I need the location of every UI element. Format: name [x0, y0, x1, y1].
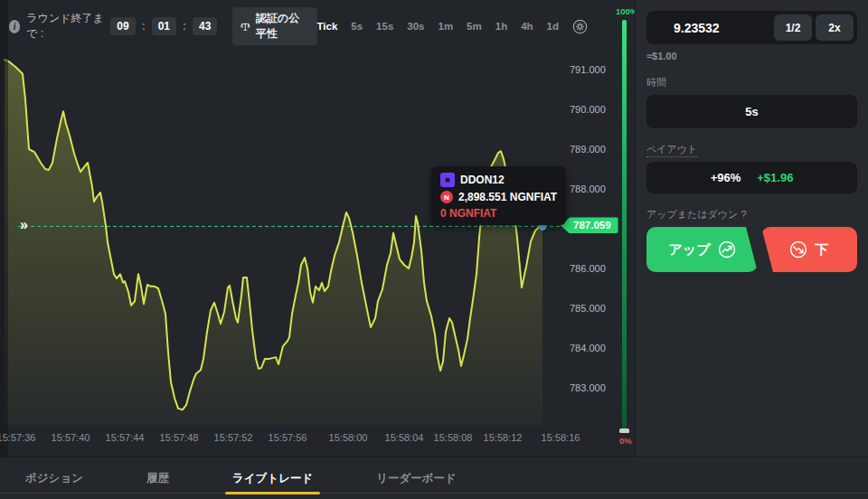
half-bet-button[interactable]: 1/2 — [774, 14, 812, 41]
x-tick: 15:58:08 — [434, 432, 473, 443]
tooltip-username: DDON12 — [460, 174, 505, 186]
chart-section: i ラウンド終了まで : 09 : 01 : 43 — [0, 0, 636, 457]
bet-amount-value[interactable]: 9.23532 — [646, 21, 774, 35]
scale-icon — [241, 21, 250, 33]
chart-settings-gear-icon[interactable] — [572, 19, 588, 34]
provable-fairness-button[interactable]: 認証の公平性 — [232, 7, 316, 45]
y-tick: 786.000 — [570, 263, 606, 274]
trend-up-icon — [718, 240, 736, 259]
timeframe-5m[interactable]: 5m — [467, 21, 482, 32]
timeframe-tick[interactable]: Tick — [317, 21, 338, 32]
x-tick: 15:57:52 — [214, 432, 253, 443]
timer-minutes: 01 — [152, 17, 176, 35]
x-tick: 15:58:04 — [385, 432, 424, 443]
round-label: ラウンド終了まで : — [26, 11, 104, 42]
timeframe-5s[interactable]: 5s — [351, 21, 363, 32]
timeframe-1h[interactable]: 1h — [495, 21, 507, 32]
x-tick: 15:57:48 — [160, 432, 199, 443]
timeframe-4h[interactable]: 4h — [521, 21, 533, 32]
chevrons-collapse-icon[interactable]: » — [20, 218, 26, 232]
up-button-label: アップ — [668, 241, 710, 259]
time-label: 時間 — [646, 76, 857, 89]
current-price-badge: 787.059 — [561, 217, 618, 233]
x-tick: 15:57:40 — [52, 432, 90, 443]
x-tick: 15:57:44 — [106, 432, 145, 443]
bet-panel: 9.23532 1/2 2x ≈$1.00 時間 5s ペイアウト +96% +… — [636, 0, 868, 457]
double-bet-button[interactable]: 2x — [816, 14, 854, 41]
progress-bottom-label: 0% — [619, 436, 632, 446]
tab-history[interactable]: 履歴 — [146, 457, 169, 499]
updown-buttons: アップ 下 — [646, 227, 857, 272]
y-tick: 789.000 — [570, 144, 606, 155]
fairness-label: 認証の公平性 — [256, 11, 309, 42]
x-tick: 15:58:12 — [484, 432, 523, 443]
time-selector[interactable]: 5s — [646, 95, 857, 128]
info-icon[interactable]: i — [9, 20, 20, 33]
y-tick: 791.000 — [570, 64, 606, 75]
y-tick: 783.000 — [570, 382, 606, 393]
time-value: 5s — [745, 105, 758, 118]
payout-usd: +$1.96 — [757, 171, 793, 184]
payout-label: ペイアウト — [646, 143, 857, 156]
bet-amount-input[interactable]: 9.23532 1/2 2x — [646, 11, 857, 44]
payout-percent: +96% — [711, 171, 741, 184]
bet-usd-equivalent: ≈$1.00 — [646, 51, 857, 61]
timeframe-switcher: Tick5s15s30s1m5m1h4h1d — [317, 19, 589, 34]
down-button-label: 下 — [815, 241, 828, 259]
x-tick: 15:57:36 — [0, 432, 35, 443]
trend-down-icon — [789, 240, 807, 259]
tab-livetrade[interactable]: ライブトレード — [232, 457, 313, 499]
left-gutter — [0, 0, 8, 457]
payout-display: +96% +$1.96 — [646, 162, 857, 193]
trading-app: i ラウンド終了まで : 09 : 01 : 43 — [0, 0, 868, 499]
timeframe-1m[interactable]: 1m — [438, 21, 453, 32]
chart-header: i ラウンド終了まで : 09 : 01 : 43 — [9, 7, 627, 45]
timeframe-1d[interactable]: 1d — [547, 21, 559, 32]
up-button[interactable]: アップ — [646, 227, 758, 272]
timeframe-15s[interactable]: 15s — [376, 21, 393, 32]
main-area: i ラウンド終了まで : 09 : 01 : 43 — [0, 0, 868, 457]
timer-hours: 09 — [110, 17, 135, 35]
updown-question-label: アップまたはダウン ? — [646, 208, 857, 221]
bottom-tab-bar: ポジション履歴ライブトレードリーダーボード — [0, 457, 868, 499]
x-tick: 15:58:00 — [329, 432, 368, 443]
x-tick: 15:57:56 — [269, 432, 307, 443]
y-tick: 788.000 — [570, 184, 606, 194]
round-timer: i ラウンド終了まで : 09 : 01 : 43 — [9, 7, 317, 45]
timeframe-30s[interactable]: 30s — [407, 21, 424, 32]
round-progress-thumb — [619, 428, 629, 433]
y-tick: 785.000 — [570, 303, 606, 314]
avatar: ■ — [440, 173, 455, 187]
down-button[interactable]: 下 — [761, 227, 857, 272]
tab-positions[interactable]: ポジション — [25, 457, 83, 499]
trade-tooltip: ■ DDON12 N 2,898.551 NGNFIAT 0 NGNFIAT — [431, 166, 566, 225]
x-tick: 15:58:16 — [542, 432, 580, 443]
chart-area-fill — [5, 60, 542, 425]
price-chart — [0, 0, 636, 457]
round-progress-bar — [622, 20, 627, 429]
y-tick: 790.000 — [570, 104, 606, 115]
y-tick: 784.000 — [570, 343, 606, 353]
tab-leaderboard[interactable]: リーダーボード — [376, 457, 457, 499]
tooltip-amount: 2,898.551 NGNFIAT — [458, 191, 557, 203]
tooltip-loss: 0 NGNFIAT — [440, 207, 496, 220]
coin-icon: N — [440, 191, 453, 203]
timer-seconds: 43 — [193, 17, 217, 35]
